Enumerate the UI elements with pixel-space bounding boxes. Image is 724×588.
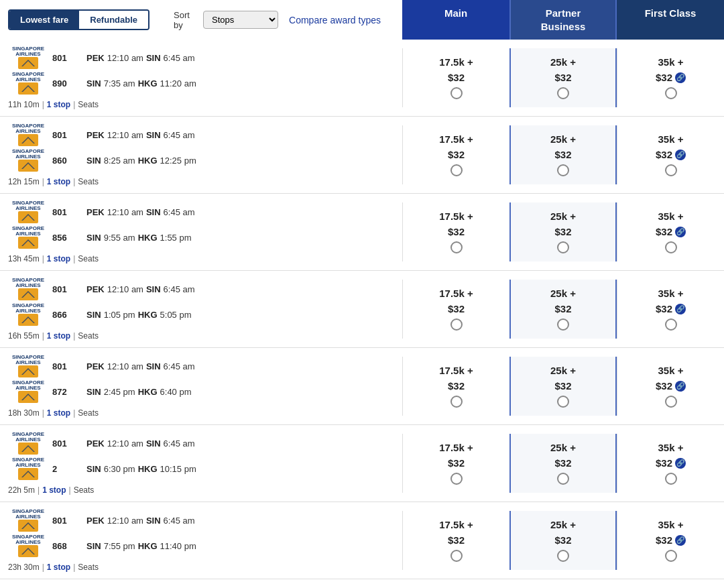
airline-logo: SINGAPOREAIRLINES <box>8 123 48 146</box>
flight-segment-2: SINGAPOREAIRLINES 856 SIN 9:55 am HKG 1:… <box>8 226 394 249</box>
seats-label: Seats <box>78 563 99 572</box>
dep-time: 12:10 am <box>107 284 143 294</box>
partner-fare-cell: 25k + $32 <box>509 280 617 339</box>
airline-name: SINGAPOREAIRLINES <box>12 509 44 520</box>
partner-fare-radio[interactable] <box>557 318 569 331</box>
duration: 16h 55m <box>8 331 40 341</box>
partner-header-text: PartnerBusiness <box>541 7 586 32</box>
stops-link[interactable]: 1 stop <box>47 331 70 341</box>
partner-fare-cell: 25k + $32 <box>509 434 617 493</box>
main-cash: $32 <box>448 380 465 392</box>
lowest-fare-button[interactable]: Lowest fare <box>9 11 79 29</box>
flight-row: SINGAPOREAIRLINES 801 PEK 12:10 am SIN 6… <box>0 271 724 348</box>
fare-cells: 17.5k + $32 25k + $32 35k + <box>402 271 724 347</box>
flight-row: SINGAPOREAIRLINES 801 PEK 12:10 am SIN 6… <box>0 502 724 579</box>
first-fare-radio[interactable] <box>665 241 677 253</box>
partner-fare-radio[interactable] <box>557 241 569 253</box>
route-time-2: SIN 7:35 am HKG 11:20 am <box>86 78 196 89</box>
dep-time-2: 2:45 pm <box>104 387 135 397</box>
main-fare-radio[interactable] <box>450 164 463 176</box>
main-points: 17.5k + <box>439 211 473 222</box>
airline-logo: SINGAPOREAIRLINES <box>8 432 48 455</box>
refundable-button[interactable]: Refundable <box>79 11 148 29</box>
partner-points: 25k + <box>550 288 576 299</box>
flight-number-2: 868 <box>52 541 82 551</box>
dep-time: 12:10 am <box>107 516 143 526</box>
fare-cells: 17.5k + $32 25k + $32 35k + <box>402 502 724 579</box>
sort-select[interactable]: Stops Duration Departure Arrival <box>203 11 278 29</box>
partner-fare-amount: 25k + <box>550 519 576 530</box>
main-fare-cell: 17.5k + $32 <box>402 357 509 416</box>
sort-area: Sort by Stops Duration Departure Arrival <box>174 10 278 30</box>
flight-number-2: 890 <box>52 78 82 89</box>
flight-meta: 12h 15m | 1 stop | Seats <box>8 177 394 186</box>
stops-link[interactable]: 1 stop <box>47 254 70 263</box>
duration: 13h 45m <box>8 254 40 263</box>
flight-segment-2: SINGAPOREAIRLINES 866 SIN 1:05 pm HKG 5:… <box>8 303 394 326</box>
partner-fare-cell: 25k + $32 <box>509 357 617 416</box>
partner-fare-radio[interactable] <box>557 164 569 176</box>
route-time-1: PEK 12:10 am SIN 6:45 am <box>86 207 195 217</box>
dest-code-2: HKG <box>138 541 158 551</box>
airline-logo: SINGAPOREAIRLINES <box>8 457 48 480</box>
partner-fare-cash: $32 <box>554 457 571 469</box>
first-class-column-header: First Class <box>617 0 724 40</box>
stops-link[interactable]: 1 stop <box>47 408 70 418</box>
partner-fare-cash: $32 <box>554 380 571 392</box>
main-fare-radio[interactable] <box>450 318 463 331</box>
first-fare-radio[interactable] <box>665 550 677 562</box>
flight-number-1: 801 <box>52 284 82 294</box>
flight-info: SINGAPOREAIRLINES 801 PEK 12:10 am SIN 6… <box>0 271 402 347</box>
first-fare-radio[interactable] <box>665 396 677 408</box>
compare-award-types-link[interactable]: Compare award types <box>289 15 381 25</box>
first-fare-radio[interactable] <box>665 87 677 99</box>
main-points: 17.5k + <box>439 365 473 376</box>
main-cash: $32 <box>448 303 465 314</box>
origin-code: PEK <box>86 207 105 217</box>
flight-segment-2: SINGAPOREAIRLINES 872 SIN 2:45 pm HKG 6:… <box>8 380 394 403</box>
partner-points: 25k + <box>550 519 576 530</box>
main-column-header: Main <box>402 0 509 40</box>
partner-fare-cell: 25k + $32 <box>509 511 617 570</box>
main-fare-radio[interactable] <box>450 87 463 99</box>
main-fare-radio[interactable] <box>450 241 463 253</box>
first-fare-radio[interactable] <box>665 164 677 176</box>
partner-fare-radio[interactable] <box>557 396 569 408</box>
stops-link[interactable]: 1 stop <box>47 100 70 109</box>
stops-link[interactable]: 1 stop <box>47 177 70 186</box>
main-fare-amount: 17.5k + <box>439 442 473 453</box>
partner-fare-amount: 25k + <box>550 56 576 68</box>
duration: 18h 30m <box>8 408 40 418</box>
partner-fare-radio[interactable] <box>557 550 569 562</box>
dep-time-2: 8:25 am <box>104 156 135 166</box>
first-fare-amount: 35k + <box>658 519 684 530</box>
partner-fare-radio[interactable] <box>557 473 569 485</box>
main-fare-radio[interactable] <box>450 396 463 408</box>
fare-cells: 17.5k + $32 25k + $32 35k + <box>402 425 724 502</box>
main-points: 17.5k + <box>439 288 473 299</box>
first-fare-radio[interactable] <box>665 318 677 331</box>
flight-segment-1: SINGAPOREAIRLINES 801 PEK 12:10 am SIN 6… <box>8 200 394 223</box>
flight-info: SINGAPOREAIRLINES 801 PEK 12:10 am SIN 6… <box>0 194 402 270</box>
dep-time: 12:10 am <box>107 207 143 217</box>
first-fare-cell: 35k + $32 🔗 <box>617 434 724 493</box>
stops-link[interactable]: 1 stop <box>47 563 70 572</box>
airline-name: SINGAPOREAIRLINES <box>12 278 44 288</box>
partner-fare-radio[interactable] <box>557 87 569 99</box>
fare-type-toggle: Lowest fare Refundable <box>8 9 149 30</box>
dest-code-2: HKG <box>138 310 158 320</box>
main-fare-radio[interactable] <box>450 473 463 485</box>
main-fare-cash: $32 <box>448 72 465 83</box>
airline-logo: SINGAPOREAIRLINES <box>8 200 48 223</box>
partner-fare-cash: $32 <box>554 149 571 160</box>
duration: 11h 10m <box>8 100 40 109</box>
flight-number-2: 872 <box>52 387 82 397</box>
duration: 23h 30m <box>8 563 40 572</box>
first-fare-radio[interactable] <box>665 473 677 485</box>
first-fare-amount: 35k + <box>658 288 684 299</box>
main-fare-radio[interactable] <box>450 550 463 562</box>
origin-code: PEK <box>86 284 105 294</box>
dest-code-2: HKG <box>138 233 158 243</box>
airline-name: SINGAPOREAIRLINES <box>12 200 44 211</box>
stops-link[interactable]: 1 stop <box>42 485 66 495</box>
